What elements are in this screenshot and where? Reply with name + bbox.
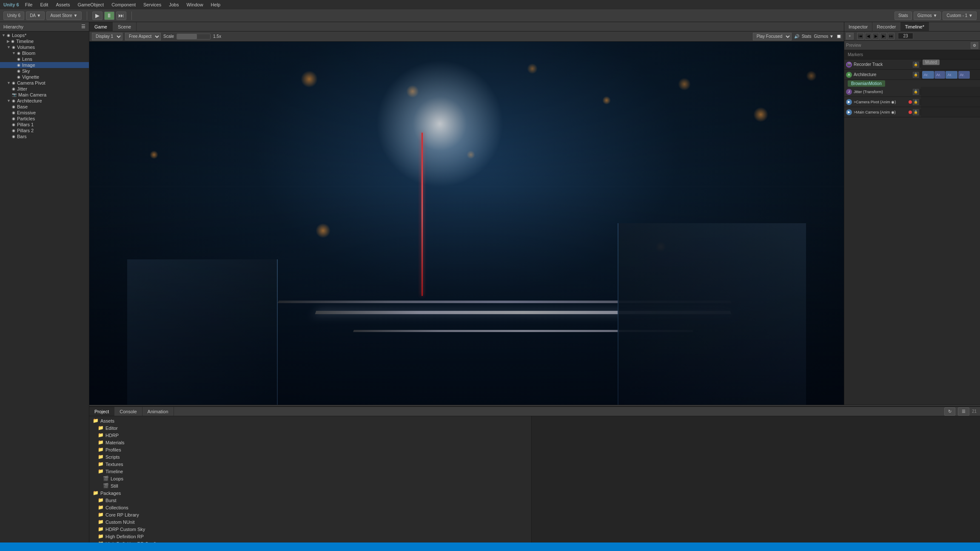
project-item-loops-asset[interactable]: 🎬 Loops <box>89 475 531 482</box>
project-item-custom-nunit[interactable]: 📁 Custom NUnit <box>89 518 531 525</box>
project-item-timeline-folder[interactable]: 📁 Timeline <box>89 468 531 475</box>
hierarchy-item-bloom[interactable]: ▼ ◉ Bloom <box>0 50 89 56</box>
hierarchy-item-volumes[interactable]: ▼ ◉ Volumes <box>0 44 89 50</box>
main-cam-lock-btn[interactable]: 🔒 <box>913 109 919 115</box>
stats-icon[interactable]: Stats <box>802 34 812 39</box>
hierarchy-item-vignette[interactable]: ◉ Vignette <box>0 74 89 80</box>
timeline-add-btn[interactable]: + <box>846 33 854 40</box>
hierarchy-item-timeline[interactable]: ▶ ◉ Timeline <box>0 38 89 44</box>
menu-jobs[interactable]: Jobs <box>165 1 182 8</box>
custom-button[interactable]: Custom - 1 ▼ <box>943 11 977 20</box>
display-dropdown[interactable]: Display 1 <box>92 33 122 40</box>
hierarchy-item-jitter[interactable]: ◉ Jitter <box>0 86 89 92</box>
project-item-scripts[interactable]: 📁 Scripts <box>89 453 531 460</box>
tab-console[interactable]: Console <box>114 407 142 416</box>
obj-icon: ◉ <box>12 99 15 103</box>
menu-edit[interactable]: Edit <box>37 1 51 8</box>
refresh-btn[interactable]: ↻ <box>944 407 955 416</box>
track-controls-recorder: 🔒 <box>913 62 919 68</box>
unity-version-button[interactable]: Unity 6 <box>3 11 24 20</box>
scale-label: Scale <box>163 34 174 39</box>
project-packages-root[interactable]: 📁 Packages <box>89 489 531 497</box>
tab-recorder[interactable]: Recorder <box>872 22 900 31</box>
hierarchy-item-camera-pivot[interactable]: ▼ ◉ Camera Pivot <box>0 80 89 86</box>
menu-file[interactable]: File <box>22 1 36 8</box>
project-item-still-asset[interactable]: 🎬 Still <box>89 482 531 489</box>
expand-icon: ▼ <box>7 99 11 103</box>
tab-inspector[interactable]: Inspector <box>844 22 872 31</box>
asset-store-button[interactable]: Asset Store ▼ <box>46 11 81 20</box>
menu-gameobject[interactable]: GameObject <box>74 1 107 8</box>
da-button[interactable]: DA ▼ <box>26 11 45 20</box>
item-label: Custom NUnit <box>105 520 134 525</box>
hierarchy-item-image[interactable]: ◉ Image <box>0 62 89 68</box>
menu-help[interactable]: Help <box>208 1 224 8</box>
tab-animation[interactable]: Animation <box>142 407 174 416</box>
menu-component[interactable]: Component <box>108 1 139 8</box>
tab-scene[interactable]: Scene <box>113 22 137 31</box>
menu-services[interactable]: Services <box>140 1 165 8</box>
gizmos-button[interactable]: Gizmos ▼ <box>914 11 941 20</box>
hierarchy-item-pillars1[interactable]: ◉ Pillars 1 <box>0 122 89 128</box>
hierarchy-item-label: Vignette <box>22 74 39 80</box>
project-item-hdrp[interactable]: 📁 HDRP <box>89 432 531 439</box>
animation-tab-label: Animation <box>148 409 168 414</box>
step-button[interactable]: ⏭ <box>116 11 126 20</box>
game-viewport <box>89 42 844 405</box>
audio-icon[interactable]: 🔊 <box>794 34 799 39</box>
project-item-editor[interactable]: 📁 Editor <box>89 424 531 432</box>
folder-icon: 📁 <box>98 461 104 467</box>
cam-pivot-lock-btn[interactable]: 🔒 <box>913 99 919 105</box>
hierarchy-title: Hierarchy <box>3 24 23 29</box>
project-assets-root[interactable]: 📁 Assets <box>89 417 531 424</box>
hierarchy-item-particles[interactable]: ◉ Particles <box>0 116 89 122</box>
stats-button[interactable]: Stats <box>895 11 912 20</box>
hierarchy-item-base[interactable]: ◉ Base <box>0 104 89 110</box>
project-item-materials[interactable]: 📁 Materials <box>89 439 531 446</box>
hierarchy-item-architecture[interactable]: ▼ ◉ Architecture <box>0 98 89 104</box>
pause-button[interactable]: ⏸ <box>104 11 114 20</box>
timeline-start-btn[interactable]: ⏮ <box>857 33 864 40</box>
project-item-high-def-rp[interactable]: 📁 High Definition RP <box>89 533 531 540</box>
play-focused-dropdown[interactable]: Play Focused <box>753 33 792 40</box>
track-clip-1: Ar. <box>922 71 934 79</box>
timeline-prev-btn[interactable]: ◀ <box>865 33 872 40</box>
timeline-end-btn[interactable]: ⏭ <box>888 33 895 40</box>
track-lock-btn[interactable]: 🔒 <box>913 62 919 68</box>
hierarchy-item-emissive[interactable]: ◉ Emissive <box>0 110 89 116</box>
menu-assets[interactable]: Assets <box>52 1 73 8</box>
hierarchy-item-pillars2[interactable]: ◉ Pillars 2 <box>0 128 89 133</box>
project-item-textures[interactable]: 📁 Textures <box>89 460 531 468</box>
play-button[interactable]: ▶ <box>92 11 103 20</box>
track-lock-btn-2[interactable]: 🔒 <box>913 72 919 78</box>
filter-btn[interactable]: ☰ <box>958 407 969 416</box>
maximize-icon[interactable]: 🔲 <box>836 34 841 39</box>
timeline-settings-btn[interactable]: ⚙ <box>971 42 978 49</box>
project-item-hdrp-custom[interactable]: 📁 HDRP Custom Sky <box>89 525 531 533</box>
menu-window[interactable]: Window <box>183 1 206 8</box>
gizmos-icon[interactable]: Gizmos ▼ <box>814 34 834 39</box>
folder-icon: 📁 <box>98 454 104 460</box>
aspect-dropdown[interactable]: Free Aspect <box>125 33 161 40</box>
tab-project[interactable]: Project <box>89 407 114 416</box>
tab-timeline[interactable]: Timeline* <box>901 22 929 31</box>
scale-slider[interactable] <box>177 34 211 40</box>
timeline-play-btn[interactable]: ▶ <box>872 33 879 40</box>
hierarchy-item-bars[interactable]: ◉ Bars <box>0 133 89 139</box>
hierarchy-item-main-camera[interactable]: 📷 Main Camera <box>0 92 89 98</box>
jitter-lock-btn[interactable]: 🔒 <box>913 89 919 95</box>
record-dot-main-cam <box>909 111 912 114</box>
tab-game[interactable]: Game <box>89 22 113 31</box>
hierarchy-item-sky[interactable]: ◉ Sky <box>0 68 89 74</box>
project-item-burst[interactable]: 📁 Burst <box>89 497 531 504</box>
project-item-core-rp[interactable]: 📁 Core RP Library <box>89 511 531 518</box>
project-item-collections[interactable]: 📁 Collections <box>89 504 531 511</box>
project-file-area <box>532 416 980 542</box>
track-row-recorder: 🎬 Recorder Track 🔒 Muted <box>844 60 980 70</box>
timeline-next-btn[interactable]: ▶ <box>880 33 887 40</box>
track-icon-main-cam: ▶ <box>846 109 852 115</box>
project-item-profiles[interactable]: 📁 Profiles <box>89 446 531 453</box>
hierarchy-item-lens[interactable]: ◉ Lens <box>0 56 89 62</box>
hierarchy-menu-icon[interactable]: ☰ <box>81 24 85 29</box>
hierarchy-item-loops[interactable]: ▼ ◉ Loops* <box>0 32 89 38</box>
